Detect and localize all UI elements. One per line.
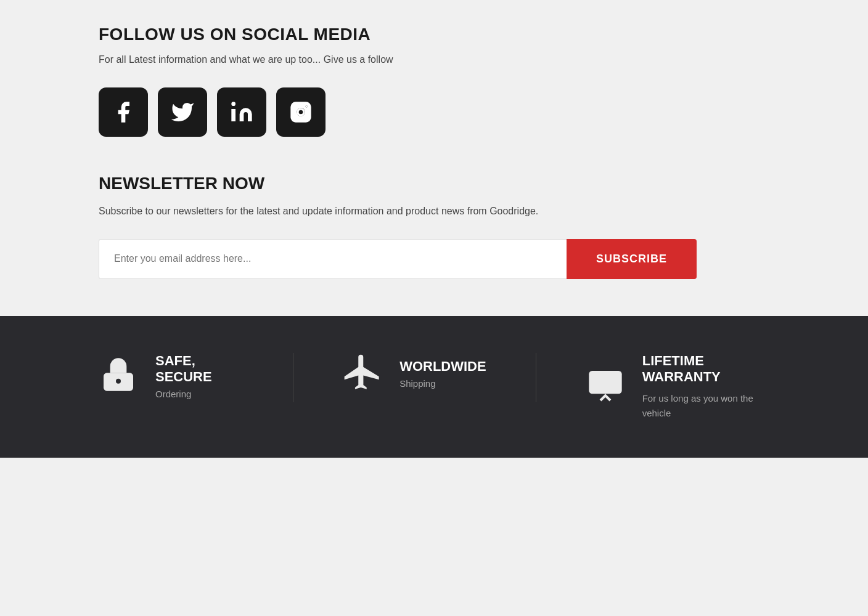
divider-1: [293, 353, 293, 402]
worldwide-subtitle: Shipping: [399, 378, 486, 389]
twitter-icon-button[interactable]: [158, 87, 207, 137]
safe-secure-text: SAFE, SECURE Ordering: [155, 353, 244, 399]
lock-icon: [99, 355, 138, 397]
social-media-section: FOLLOW US ON SOCIAL MEDIA For all Latest…: [99, 25, 769, 137]
facebook-icon-button[interactable]: [99, 87, 148, 137]
instagram-icon-button[interactable]: [276, 87, 326, 137]
linkedin-icon: [229, 100, 254, 124]
safe-secure-subtitle: Ordering: [155, 389, 244, 399]
newsletter-section: NEWSLETTER NOW Subscribe to our newslett…: [99, 174, 769, 279]
newsletter-form: SUBSCRIBE: [99, 239, 697, 279]
svg-point-1: [231, 102, 235, 106]
svg-point-5: [306, 105, 308, 107]
instagram-icon: [289, 100, 313, 124]
svg-point-7: [116, 379, 121, 384]
safe-secure-title: SAFE, SECURE: [155, 353, 244, 385]
newsletter-title: NEWSLETTER NOW: [99, 174, 769, 193]
facebook-icon: [111, 100, 136, 124]
divider-2: [536, 353, 536, 402]
lifetime-warranty-subtitle: For us long as you won the vehicle: [642, 391, 769, 421]
linkedin-icon-button[interactable]: [217, 87, 266, 137]
lifetime-warranty-feature: LIFETIMEWARRANTY For us long as you won …: [586, 353, 769, 421]
email-input[interactable]: [99, 239, 567, 279]
twitter-icon: [170, 100, 195, 124]
certificate-icon: [586, 366, 625, 408]
subscribe-button[interactable]: SUBSCRIBE: [567, 239, 697, 279]
lifetime-warranty-text: LIFETIMEWARRANTY For us long as you won …: [642, 353, 769, 421]
svg-rect-8: [589, 371, 621, 394]
social-title: FOLLOW US ON SOCIAL MEDIA: [99, 25, 769, 44]
newsletter-description: Subscribe to our newsletters for the lat…: [99, 203, 592, 219]
features-section: SAFE, SECURE Ordering WORLDWIDE Shipping: [0, 316, 868, 458]
worldwide-text: WORLDWIDE Shipping: [399, 359, 486, 389]
svg-rect-0: [231, 109, 235, 121]
worldwide-feature: WORLDWIDE Shipping: [343, 353, 486, 395]
social-icons-row: [99, 87, 769, 137]
safe-secure-feature: SAFE, SECURE Ordering: [99, 353, 244, 399]
worldwide-title: WORLDWIDE: [399, 359, 486, 375]
plane-icon: [343, 353, 382, 395]
lifetime-warranty-title: LIFETIMEWARRANTY: [642, 353, 769, 386]
social-subtitle: For all Latest information and what we a…: [99, 54, 769, 65]
